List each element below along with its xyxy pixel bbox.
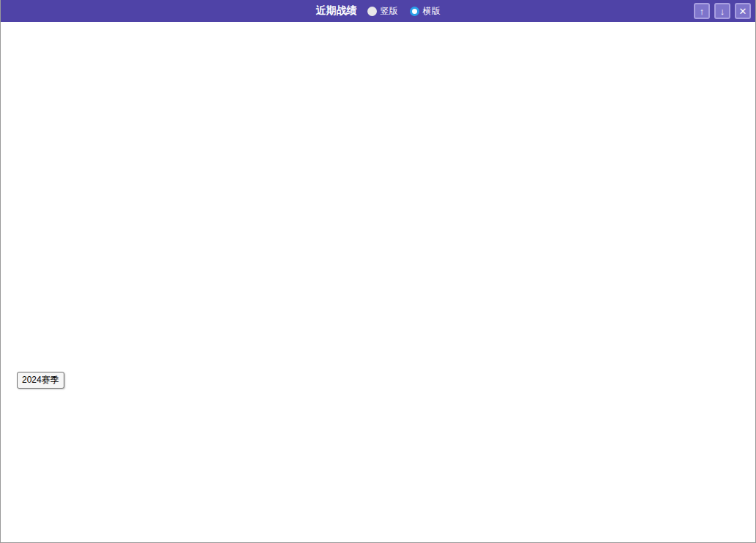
recent-results-window: 近期战绩 竖版横版 ↑↓✕ 2024赛季: [0, 0, 756, 543]
layout-radio-horizontal[interactable]: 横版: [410, 5, 441, 18]
up-button[interactable]: ↑: [694, 3, 710, 19]
layout-radio-group: 竖版横版: [367, 5, 441, 18]
window-title: 近期战绩: [316, 4, 357, 18]
radio-icon: [367, 7, 377, 16]
radio-icon: [410, 7, 419, 16]
layout-radio-vertical[interactable]: 竖版: [367, 5, 398, 18]
down-button[interactable]: ↓: [714, 3, 730, 19]
close-button[interactable]: ✕: [735, 3, 751, 19]
radio-label: 横版: [423, 5, 441, 18]
titlebar: 近期战绩 竖版横版 ↑↓✕: [1, 0, 755, 22]
close-icon: ✕: [739, 6, 747, 17]
radio-label: 竖版: [381, 5, 398, 18]
up-icon: ↑: [700, 6, 705, 17]
season-tooltip: 2024赛季: [17, 372, 64, 389]
window-buttons: ↑↓✕: [694, 3, 751, 19]
down-icon: ↓: [720, 6, 725, 17]
